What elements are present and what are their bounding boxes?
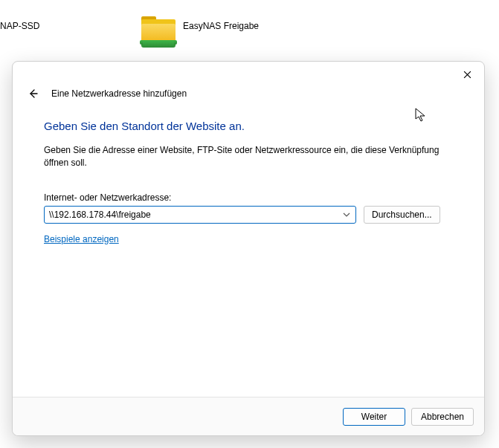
wizard-title: Eine Netzwerkadresse hinzufügen bbox=[51, 88, 187, 99]
arrow-left-icon bbox=[27, 88, 39, 100]
cancel-button[interactable]: Abbrechen bbox=[411, 408, 474, 426]
browse-button[interactable]: Durchsuchen... bbox=[364, 206, 440, 224]
show-examples-link[interactable]: Beispiele anzeigen bbox=[44, 234, 119, 244]
address-field-label: Internet- oder Netzwerkadresse: bbox=[44, 192, 453, 203]
titlebar bbox=[13, 62, 484, 87]
desktop-item-easynas[interactable]: EasyNAS Freigabe bbox=[141, 18, 259, 59]
close-icon bbox=[463, 71, 471, 79]
address-input[interactable] bbox=[49, 210, 341, 220]
back-button[interactable] bbox=[25, 85, 41, 102]
combobox-dropdown-button[interactable] bbox=[341, 209, 352, 221]
wizard-header: Eine Netzwerkadresse hinzufügen bbox=[13, 84, 484, 103]
dialog-footer: Weiter Abbrechen bbox=[13, 397, 484, 435]
shared-folder-icon bbox=[141, 18, 176, 46]
page-description: Geben Sie die Adresse einer Website, FTP… bbox=[44, 144, 445, 170]
dialog-content: Geben Sie den Standort der Website an. G… bbox=[13, 103, 484, 397]
desktop-area: NAP-SSD EasyNAS Freigabe bbox=[0, 0, 499, 59]
close-button[interactable] bbox=[454, 64, 480, 85]
chevron-down-icon bbox=[343, 212, 350, 217]
address-combobox[interactable] bbox=[44, 206, 356, 224]
desktop-item-label: EasyNAS Freigabe bbox=[183, 21, 259, 31]
desktop-item-nap-ssd[interactable]: NAP-SSD bbox=[0, 18, 74, 59]
page-heading: Geben Sie den Standort der Website an. bbox=[44, 120, 453, 132]
desktop-item-label: NAP-SSD bbox=[0, 21, 39, 31]
next-button[interactable]: Weiter bbox=[343, 408, 405, 426]
address-row: Durchsuchen... bbox=[44, 206, 453, 224]
add-network-location-dialog: Eine Netzwerkadresse hinzufügen Geben Si… bbox=[12, 61, 485, 436]
